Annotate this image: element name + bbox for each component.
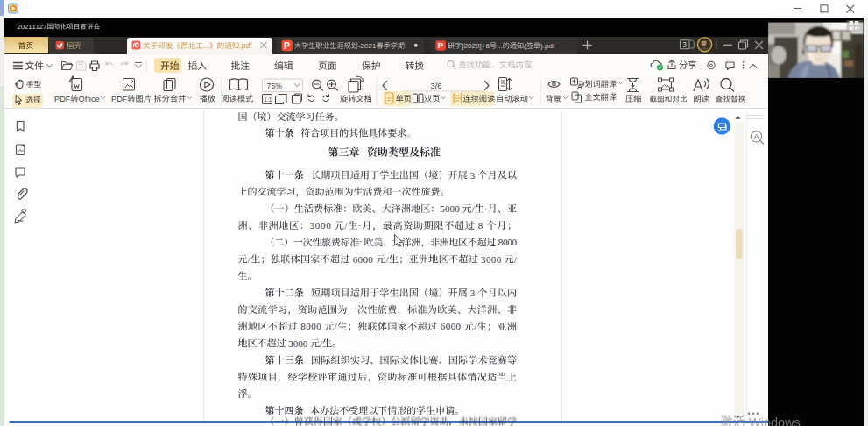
svg-text:/: / — [472, 203, 476, 214]
svg-text:/: / — [320, 338, 323, 349]
svg-text:3000: 3000 — [288, 338, 308, 349]
svg-text:/: / — [335, 321, 338, 331]
svg-text:75%: 75% — [267, 82, 283, 90]
svg-text:...: ... — [497, 42, 503, 50]
svg-text:/: / — [474, 321, 477, 331]
svg-text:8: 8 — [478, 220, 483, 231]
svg-text:·: · — [358, 220, 362, 231]
svg-text:·: · — [484, 203, 488, 214]
svg-text:PDF: PDF — [111, 95, 128, 103]
svg-text:[2020]+6: [2020]+6 — [462, 42, 490, 50]
svg-text:P: P — [284, 40, 290, 51]
svg-text:PDF: PDF — [54, 95, 71, 103]
svg-text:/: / — [248, 254, 251, 265]
svg-text:6000: 6000 — [441, 321, 462, 331]
svg-text:-2021: -2021 — [358, 42, 377, 50]
svg-text:A: A — [754, 132, 759, 141]
svg-text:Office: Office — [79, 95, 100, 103]
svg-text:8000: 8000 — [498, 237, 518, 247]
svg-text:3000: 3000 — [481, 254, 502, 265]
svg-text:1:1: 1:1 — [264, 96, 272, 103]
svg-text:/: / — [345, 220, 349, 231]
svg-text:P: P — [438, 40, 444, 50]
svg-text:.pdf: .pdf — [239, 41, 252, 50]
svg-text:5000: 5000 — [440, 203, 460, 214]
svg-text:/: / — [514, 254, 518, 265]
svg-text:3: 3 — [682, 40, 687, 49]
svg-text:).pdf: ).pdf — [540, 42, 555, 50]
svg-text::: : — [359, 237, 362, 247]
svg-text:3/6: 3/6 — [431, 82, 442, 90]
svg-text:...: ... — [203, 41, 209, 50]
svg-text:3000: 3000 — [310, 220, 332, 231]
svg-text:6000: 6000 — [353, 254, 374, 265]
svg-text:8000: 8000 — [300, 321, 321, 331]
svg-text:/: / — [386, 254, 390, 265]
svg-text:3: 3 — [470, 170, 476, 181]
svg-text:(: ( — [524, 42, 526, 50]
svg-text:3: 3 — [470, 288, 476, 298]
svg-text:20211127: 20211127 — [18, 23, 47, 31]
svg-text:Windows: Windows — [749, 415, 801, 426]
